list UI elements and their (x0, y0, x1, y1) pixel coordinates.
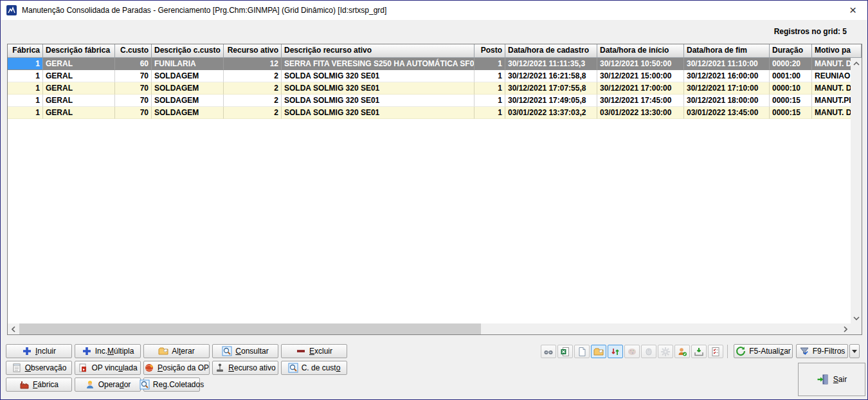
vertical-scrollbar[interactable] (851, 58, 862, 323)
grid-cell[interactable]: 30/12/2021 15:00:00 (597, 70, 684, 82)
grid-cell[interactable]: 03/01/2022 13:45:00 (684, 107, 770, 119)
column-header[interactable]: Motivo pa (812, 44, 862, 58)
grid-cell[interactable]: 1 (8, 70, 43, 82)
column-header[interactable]: Fábrica (8, 44, 43, 58)
grid-cell[interactable]: 1 (8, 82, 43, 95)
grid-cell[interactable]: 1 (475, 70, 505, 82)
column-header[interactable]: Descrição fábrica (43, 44, 115, 58)
grid-row[interactable]: 1GERAL60FUNILARIA12SERRA FITA VERESING S… (8, 58, 862, 70)
grid-cell[interactable]: 1 (475, 58, 505, 70)
column-header[interactable]: Posto (475, 44, 505, 58)
grid-cell[interactable]: 30/12/2021 18:00:00 (684, 95, 770, 107)
folder-hand-icon[interactable] (591, 345, 606, 358)
grid-cell[interactable]: 1 (475, 82, 505, 95)
op-vinculada-button[interactable]: OP vinculada (75, 361, 141, 375)
palette-icon[interactable] (624, 345, 640, 358)
grid-cell[interactable]: SOLDA SOLMIG 320 SE01 (282, 82, 475, 95)
mouse-icon[interactable] (641, 345, 656, 358)
excluir-button[interactable]: Excluir (281, 344, 347, 358)
scroll-right-icon[interactable] (840, 323, 851, 334)
f9-filtros-button[interactable]: F9-Filtros (796, 344, 848, 358)
grid-cell[interactable]: GERAL (43, 70, 115, 82)
grid-cell[interactable]: 30/12/2021 17:10:00 (684, 82, 770, 95)
grid-cell[interactable]: 30/12/2021 16:00:00 (684, 70, 770, 82)
column-header[interactable]: Data/hora de cadastro (505, 44, 597, 58)
grid-cell[interactable]: SOLDA SOLMIG 320 SE01 (282, 70, 475, 82)
grid-row[interactable]: 1GERAL70SOLDAGEM2SOLDA SOLMIG 320 SE0113… (8, 70, 862, 82)
grid-cell[interactable]: SOLDAGEM (152, 107, 224, 119)
grid-cell[interactable]: 1 (475, 107, 505, 119)
horizontal-scrollbar[interactable] (8, 323, 851, 334)
grid-cell[interactable]: SOLDA SOLMIG 320 SE01 (282, 95, 475, 107)
grid-cell[interactable]: 70 (115, 107, 152, 119)
consultar-button[interactable]: Consultar (212, 344, 278, 358)
grid-cell[interactable]: 1 (8, 95, 43, 107)
grid-cell[interactable]: 30/12/2021 11:11:35,3 (505, 58, 597, 70)
inc-multipla-button[interactable]: Inc.Múltipla (75, 344, 141, 358)
gear-icon[interactable] (658, 345, 673, 358)
close-icon[interactable]: × (838, 1, 867, 19)
f5-atualizar-button[interactable]: F5-Atualizar (734, 344, 793, 358)
grid-cell[interactable]: FUNILARIA (152, 58, 224, 70)
grid-cell[interactable]: 30/12/2021 11:10:00 (684, 58, 770, 70)
excel-export-icon[interactable] (557, 345, 573, 358)
grid-row[interactable]: 1GERAL70SOLDAGEM2SOLDA SOLMIG 320 SE0110… (8, 107, 862, 119)
grid-cell[interactable]: 0000:10 (770, 82, 812, 95)
grid-cell[interactable]: 1 (8, 58, 43, 70)
grid-cell[interactable]: 2 (224, 70, 282, 82)
grid-cell[interactable]: 03/01/2022 13:30:00 (597, 107, 684, 119)
grid-cell[interactable]: 1 (8, 107, 43, 119)
grid-cell[interactable]: 0000:15 (770, 107, 812, 119)
grid-cell[interactable]: SOLDA SOLMIG 320 SE01 (282, 107, 475, 119)
grid-cell[interactable]: GERAL (43, 58, 115, 70)
incluir-button[interactable]: Incluir (6, 344, 72, 358)
document-icon[interactable] (574, 345, 590, 358)
grid-cell[interactable]: 0000:20 (770, 58, 812, 70)
grid-row[interactable]: 1GERAL70SOLDAGEM2SOLDA SOLMIG 320 SE0113… (8, 82, 862, 95)
grid-cell[interactable]: GERAL (43, 82, 115, 95)
scroll-up-icon[interactable] (851, 58, 862, 69)
grid-cell[interactable]: 70 (115, 82, 152, 95)
grid-cell[interactable]: GERAL (43, 107, 115, 119)
column-header[interactable]: Data/hora de início (597, 44, 684, 58)
alterar-button[interactable]: Alterar (143, 344, 210, 358)
recurso-ativo-button[interactable]: Recurso ativo (212, 361, 278, 375)
grid-cell[interactable]: 12 (224, 58, 282, 70)
grid-cell[interactable]: 60 (115, 58, 152, 70)
grid-cell[interactable]: 2 (224, 82, 282, 95)
grid-cell[interactable]: 2 (224, 95, 282, 107)
column-header[interactable]: Descrição c.custo (152, 44, 224, 58)
horizontal-scroll-thumb[interactable] (19, 323, 481, 334)
operador-button[interactable]: Operador (75, 377, 141, 392)
grid-cell[interactable]: 1 (475, 95, 505, 107)
grid-cell[interactable]: 03/01/2022 13:37:03,2 (505, 107, 597, 119)
c-de-custo-button[interactable]: C. de custo (281, 361, 347, 375)
grid-cell[interactable]: SOLDAGEM (152, 70, 224, 82)
grid-cell[interactable]: 30/12/2021 10:50:00 (597, 58, 684, 70)
observacao-button[interactable]: Observação (6, 361, 72, 375)
grid-cell[interactable]: GERAL (43, 95, 115, 107)
binoculars-icon[interactable] (541, 345, 556, 358)
scroll-down-icon[interactable] (851, 313, 862, 323)
user-check-icon[interactable] (674, 345, 690, 358)
column-header[interactable]: Descrição recurso ativo (282, 44, 475, 58)
grid-cell[interactable]: SOLDAGEM (152, 95, 224, 107)
grid-cell[interactable]: 30/12/2021 17:07:55,8 (505, 82, 597, 95)
checklist-icon[interactable] (708, 345, 723, 358)
grid-cell[interactable]: SOLDAGEM (152, 82, 224, 95)
grid-cell[interactable]: 30/12/2021 17:49:05,8 (505, 95, 597, 107)
column-header[interactable]: Data/hora de fim (684, 44, 770, 58)
grid-cell[interactable]: 30/12/2021 17:00:00 (597, 82, 684, 95)
scroll-left-icon[interactable] (8, 323, 19, 334)
posicao-da-op-button[interactable]: Posição da OP (143, 361, 210, 375)
grid-cell[interactable]: 70 (115, 70, 152, 82)
grid-cell[interactable]: 2 (224, 107, 282, 119)
filters-dropdown-icon[interactable] (849, 344, 860, 358)
grid-cell[interactable]: 30/12/2021 16:21:58,8 (505, 70, 597, 82)
column-header[interactable]: Recurso ativo (224, 44, 282, 58)
fabrica-button[interactable]: Fábrica (6, 377, 72, 392)
reg-coletados-button[interactable]: Reg.Coletados (143, 377, 200, 392)
grid-cell[interactable]: 70 (115, 95, 152, 107)
grid-cell[interactable]: SERRA FITA VERESING S250 HA AUTOMÁTICA S… (282, 58, 475, 70)
grid-row[interactable]: 1GERAL70SOLDAGEM2SOLDA SOLMIG 320 SE0113… (8, 95, 862, 107)
